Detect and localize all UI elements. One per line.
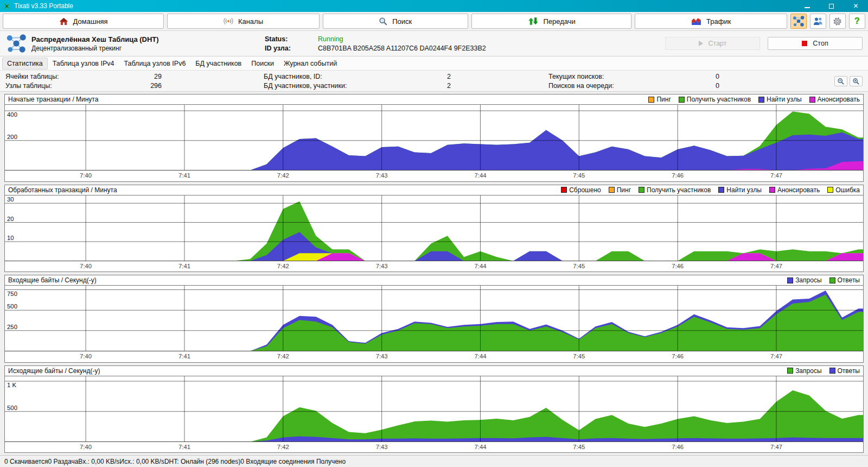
charts-zoom-out-button[interactable] <box>834 76 847 86</box>
status-incoming-connections: 0 Входящие соединения Получено <box>240 458 346 465</box>
svg-text:7:43: 7:43 <box>376 263 388 269</box>
status-value: Running <box>318 35 486 43</box>
svg-text:7:45: 7:45 <box>573 444 585 450</box>
legend-item: Найти узлы <box>758 96 802 103</box>
svg-text:7:46: 7:46 <box>672 263 684 269</box>
chart-header: Исходящие байты / Секунд(-у)ЗапросыОтвет… <box>5 366 863 376</box>
nav-traffic-button[interactable]: Трафик <box>635 14 787 29</box>
dht-statistics: Ячейки таблицы: 29 Узлы таблицы: 296 БД … <box>0 71 868 92</box>
window-controls: ✕ <box>795 0 868 12</box>
close-button[interactable]: ✕ <box>844 0 868 12</box>
traffic-icon <box>691 17 701 26</box>
legend-label: Анонсировать <box>777 186 820 194</box>
status-downloading: 0 Скачивается <box>4 458 48 465</box>
svg-text:7:46: 7:46 <box>672 444 684 450</box>
legend-swatch-icon <box>829 368 835 374</box>
svg-text:20: 20 <box>7 215 14 222</box>
charts-zoom-in-button[interactable] <box>850 76 863 86</box>
status-out-rate: Исх.: 0,00 KB/s <box>119 458 164 465</box>
tab-searches[interactable]: Поиски <box>246 58 279 70</box>
node-id-value: C8B701BA B205A258 A11207C6 DA0244F4 9F2E… <box>318 45 486 52</box>
legend-label: Ответы <box>838 276 860 284</box>
stop-button[interactable]: Стоп <box>768 37 863 50</box>
stat-row: БД участников, ID: 2 <box>264 73 451 80</box>
svg-text:500: 500 <box>7 404 17 411</box>
legend-item: Запросы <box>787 276 821 284</box>
legend-item: Анонсировать <box>809 96 860 103</box>
nav-dht-button[interactable] <box>790 14 807 29</box>
status-in-rate: Вх.: 0,00 KB/s <box>78 458 119 465</box>
svg-text:250: 250 <box>7 324 17 330</box>
status-bar: 0 Скачивается 0 Раздача Вх.: 0,00 KB/s И… <box>0 455 868 467</box>
legend-swatch-icon <box>648 97 654 103</box>
svg-text:7:43: 7:43 <box>376 173 388 179</box>
svg-text:7:40: 7:40 <box>80 263 92 269</box>
nav-channels-button[interactable]: Каналы <box>167 14 319 29</box>
legend-label: Получить участников <box>687 96 751 103</box>
home-icon <box>59 17 68 26</box>
svg-text:7:40: 7:40 <box>80 444 92 450</box>
tab-node-table-ipv4[interactable]: Таблица узлов IPv4 <box>48 58 119 70</box>
svg-text:7:42: 7:42 <box>277 354 289 360</box>
tab-statistics[interactable]: Статистика <box>2 58 48 70</box>
tab-peer-db[interactable]: БД участников <box>190 58 246 70</box>
nav-channels-label: Каналы <box>238 17 263 26</box>
svg-text:7:44: 7:44 <box>474 173 486 179</box>
nav-help-button[interactable]: ? <box>849 14 865 29</box>
minimize-button[interactable] <box>795 0 819 12</box>
stats-column-table: Ячейки таблицы: 29 Узлы таблицы: 296 <box>5 72 162 90</box>
svg-text:7:46: 7:46 <box>672 354 684 360</box>
legend-item: Ошибка <box>827 186 860 194</box>
tab-node-table-ipv6[interactable]: Таблица узлов IPv6 <box>119 58 191 70</box>
svg-text:7:45: 7:45 <box>573 354 585 360</box>
start-label: Старт <box>709 40 727 47</box>
stat-label: Ячейки таблицы: <box>5 73 59 80</box>
stats-column-peerdb: БД участников, ID: 2 БД участников, учас… <box>264 72 451 90</box>
chart-panel-2: Входящие байты / Секунд(-у)ЗапросыОтветы… <box>4 275 864 363</box>
svg-text:7:43: 7:43 <box>376 444 388 450</box>
legend-item: Ответы <box>829 367 860 375</box>
legend-swatch-icon <box>829 277 835 283</box>
svg-text:7:42: 7:42 <box>277 263 289 269</box>
legend-label: Сброшено <box>569 186 601 194</box>
chart-title: Обработанных транзакций / Минута <box>8 186 117 194</box>
stat-label: Текущих поисков: <box>548 73 604 80</box>
nav-settings-button[interactable] <box>829 14 846 29</box>
svg-text:7:40: 7:40 <box>80 173 92 179</box>
stats-column-searches: Текущих поисков: 0 Поисков на очереди: 0 <box>548 72 719 90</box>
status-dht-online: DHT: Онлайн (296 nodes) <box>164 458 240 465</box>
nav-peers-button[interactable] <box>810 14 826 29</box>
chart-canvas: 7:407:417:427:437:447:457:467:47200400 <box>5 105 863 181</box>
legend-item: Получить участников <box>679 96 751 103</box>
tab-event-log[interactable]: Журнал событий <box>279 58 342 70</box>
legend-swatch-icon <box>809 97 815 103</box>
chart-canvas: 7:407:417:427:437:447:457:467:475001 K <box>5 376 863 453</box>
legend-swatch-icon <box>769 187 775 193</box>
svg-text:7:44: 7:44 <box>474 444 486 450</box>
legend-swatch-icon <box>787 277 793 283</box>
minimize-icon <box>805 7 810 8</box>
svg-text:7:41: 7:41 <box>178 354 190 360</box>
nav-transfers-button[interactable]: Передачи <box>471 14 632 29</box>
stat-label: БД участников, ID: <box>264 73 322 80</box>
close-icon: ✕ <box>853 2 858 10</box>
svg-text:1 K: 1 K <box>7 382 16 388</box>
chart-title: Входящие байты / Секунд(-у) <box>8 276 97 284</box>
start-button[interactable]: Старт <box>665 37 760 50</box>
dht-tabs: Статистика Таблица узлов IPv4 Таблица уз… <box>0 56 868 71</box>
legend-item: Запросы <box>787 367 821 375</box>
maximize-button[interactable] <box>819 0 844 12</box>
svg-text:7:45: 7:45 <box>573 173 585 179</box>
svg-text:7:47: 7:47 <box>770 444 782 450</box>
svg-text:7:46: 7:46 <box>672 173 684 179</box>
nav-home-button[interactable]: Домашняя <box>3 14 164 29</box>
stat-value: 0 <box>716 82 719 90</box>
chart-header: Входящие байты / Секунд(-у)ЗапросыОтветы <box>5 275 863 286</box>
nav-transfers-label: Передачи <box>544 17 576 26</box>
nav-search-button[interactable]: Поиск <box>323 14 468 29</box>
svg-text:7:43: 7:43 <box>376 354 388 360</box>
magnifier-minus-icon <box>837 78 845 85</box>
people-icon <box>813 16 824 26</box>
stop-label: Стоп <box>813 40 828 47</box>
dht-molecule-icon <box>792 15 805 27</box>
